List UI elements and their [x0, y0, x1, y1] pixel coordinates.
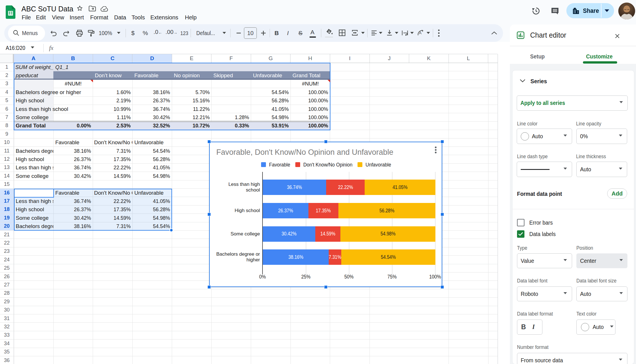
svg-text:A: A [419, 31, 421, 35]
